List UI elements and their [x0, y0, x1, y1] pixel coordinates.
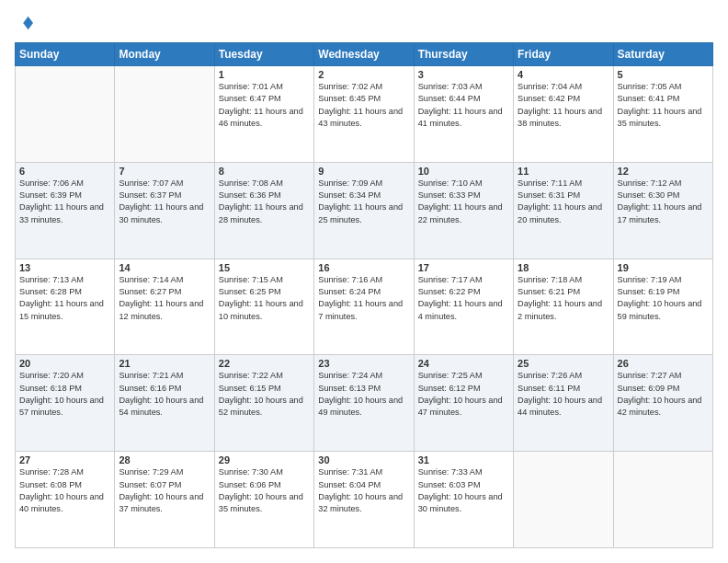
day-info: Sunrise: 7:13 AMSunset: 6:28 PMDaylight:… [19, 274, 110, 323]
calendar-day-cell: 15Sunrise: 7:15 AMSunset: 6:25 PMDayligh… [214, 259, 313, 355]
day-number: 19 [618, 262, 709, 273]
calendar-day-cell [514, 452, 613, 548]
page: SundayMondayTuesdayWednesdayThursdayFrid… [0, 0, 728, 563]
calendar-day-cell: 3Sunrise: 7:03 AMSunset: 6:44 PMDaylight… [414, 66, 513, 163]
day-info: Sunrise: 7:22 AMSunset: 6:15 PMDaylight:… [219, 370, 310, 419]
weekday-header-row: SundayMondayTuesdayWednesdayThursdayFrid… [16, 43, 713, 66]
day-info: Sunrise: 7:21 AMSunset: 6:16 PMDaylight:… [119, 370, 210, 419]
calendar-day-cell [16, 66, 115, 163]
calendar-day-cell: 27Sunrise: 7:28 AMSunset: 6:08 PMDayligh… [16, 452, 115, 548]
day-number: 17 [418, 262, 509, 273]
day-info: Sunrise: 7:15 AMSunset: 6:25 PMDaylight:… [219, 274, 310, 323]
calendar-day-cell: 21Sunrise: 7:21 AMSunset: 6:16 PMDayligh… [115, 355, 214, 452]
day-number: 31 [418, 454, 509, 465]
calendar-day-cell: 8Sunrise: 7:08 AMSunset: 6:36 PMDaylight… [214, 162, 313, 259]
calendar-day-cell: 29Sunrise: 7:30 AMSunset: 6:06 PMDayligh… [214, 452, 313, 548]
day-info: Sunrise: 7:19 AMSunset: 6:19 PMDaylight:… [618, 274, 709, 323]
day-number: 7 [119, 166, 210, 177]
calendar-day-cell [115, 66, 214, 163]
weekday-header-saturday: Saturday [613, 43, 712, 66]
calendar-day-cell: 20Sunrise: 7:20 AMSunset: 6:18 PMDayligh… [16, 355, 115, 452]
calendar-day-cell: 7Sunrise: 7:07 AMSunset: 6:37 PMDaylight… [115, 162, 214, 259]
day-info: Sunrise: 7:03 AMSunset: 6:44 PMDaylight:… [418, 81, 509, 130]
day-info: Sunrise: 7:08 AMSunset: 6:36 PMDaylight:… [219, 178, 310, 226]
calendar-day-cell: 2Sunrise: 7:02 AMSunset: 6:45 PMDaylight… [314, 66, 414, 163]
day-info: Sunrise: 7:18 AMSunset: 6:21 PMDaylight:… [518, 274, 609, 323]
day-info: Sunrise: 7:29 AMSunset: 6:07 PMDaylight:… [119, 466, 210, 515]
calendar-day-cell: 14Sunrise: 7:14 AMSunset: 6:27 PMDayligh… [115, 259, 214, 355]
day-number: 29 [219, 454, 310, 465]
calendar-day-cell: 26Sunrise: 7:27 AMSunset: 6:09 PMDayligh… [613, 355, 712, 452]
day-number: 30 [318, 454, 409, 465]
day-info: Sunrise: 7:04 AMSunset: 6:42 PMDaylight:… [518, 81, 609, 130]
day-info: Sunrise: 7:11 AMSunset: 6:31 PMDaylight:… [518, 178, 609, 226]
calendar-day-cell: 23Sunrise: 7:24 AMSunset: 6:13 PMDayligh… [314, 355, 414, 452]
day-number: 6 [19, 166, 110, 177]
day-info: Sunrise: 7:33 AMSunset: 6:03 PMDaylight:… [418, 466, 509, 515]
day-number: 21 [119, 358, 210, 369]
calendar-day-cell: 13Sunrise: 7:13 AMSunset: 6:28 PMDayligh… [16, 259, 115, 355]
calendar-day-cell: 12Sunrise: 7:12 AMSunset: 6:30 PMDayligh… [613, 162, 712, 259]
day-number: 9 [318, 166, 409, 177]
day-info: Sunrise: 7:20 AMSunset: 6:18 PMDaylight:… [19, 370, 110, 419]
day-number: 27 [19, 454, 110, 465]
calendar-day-cell: 19Sunrise: 7:19 AMSunset: 6:19 PMDayligh… [613, 259, 712, 355]
day-number: 24 [418, 358, 509, 369]
day-number: 28 [119, 454, 210, 465]
day-info: Sunrise: 7:06 AMSunset: 6:39 PMDaylight:… [19, 178, 110, 226]
day-info: Sunrise: 7:16 AMSunset: 6:24 PMDaylight:… [318, 274, 409, 323]
day-number: 14 [119, 262, 210, 273]
calendar-day-cell: 24Sunrise: 7:25 AMSunset: 6:12 PMDayligh… [414, 355, 513, 452]
logo-icon [17, 15, 33, 31]
day-info: Sunrise: 7:14 AMSunset: 6:27 PMDaylight:… [119, 274, 210, 323]
weekday-header-monday: Monday [115, 43, 214, 66]
weekday-header-thursday: Thursday [414, 43, 513, 66]
day-number: 11 [518, 166, 609, 177]
day-number: 13 [19, 262, 110, 273]
calendar-day-cell: 10Sunrise: 7:10 AMSunset: 6:33 PMDayligh… [414, 162, 513, 259]
day-number: 10 [418, 166, 509, 177]
day-number: 26 [618, 358, 709, 369]
day-info: Sunrise: 7:12 AMSunset: 6:30 PMDaylight:… [618, 178, 709, 226]
day-info: Sunrise: 7:30 AMSunset: 6:06 PMDaylight:… [219, 466, 310, 515]
calendar-table: SundayMondayTuesdayWednesdayThursdayFrid… [15, 42, 713, 548]
calendar-day-cell: 25Sunrise: 7:26 AMSunset: 6:11 PMDayligh… [514, 355, 613, 452]
calendar-day-cell: 31Sunrise: 7:33 AMSunset: 6:03 PMDayligh… [414, 452, 513, 548]
day-number: 25 [518, 358, 609, 369]
day-info: Sunrise: 7:31 AMSunset: 6:04 PMDaylight:… [318, 466, 409, 515]
day-number: 18 [518, 262, 609, 273]
calendar-day-cell [613, 452, 712, 548]
day-number: 1 [219, 69, 310, 80]
calendar-week-row: 13Sunrise: 7:13 AMSunset: 6:28 PMDayligh… [16, 259, 713, 355]
calendar-day-cell: 4Sunrise: 7:04 AMSunset: 6:42 PMDaylight… [514, 66, 613, 163]
calendar-day-cell: 6Sunrise: 7:06 AMSunset: 6:39 PMDaylight… [16, 162, 115, 259]
weekday-header-wednesday: Wednesday [314, 43, 414, 66]
day-number: 8 [219, 166, 310, 177]
day-info: Sunrise: 7:07 AMSunset: 6:37 PMDaylight:… [119, 178, 210, 226]
day-number: 4 [518, 69, 609, 80]
calendar-day-cell: 18Sunrise: 7:18 AMSunset: 6:21 PMDayligh… [514, 259, 613, 355]
logo [15, 15, 33, 35]
day-info: Sunrise: 7:10 AMSunset: 6:33 PMDaylight:… [418, 178, 509, 226]
day-info: Sunrise: 7:28 AMSunset: 6:08 PMDaylight:… [19, 466, 110, 515]
day-info: Sunrise: 7:24 AMSunset: 6:13 PMDaylight:… [318, 370, 409, 419]
day-number: 3 [418, 69, 509, 80]
day-info: Sunrise: 7:27 AMSunset: 6:09 PMDaylight:… [618, 370, 709, 419]
day-number: 20 [19, 358, 110, 369]
day-number: 5 [618, 69, 709, 80]
day-info: Sunrise: 7:02 AMSunset: 6:45 PMDaylight:… [318, 81, 409, 130]
svg-marker-0 [23, 17, 33, 29]
calendar-day-cell: 16Sunrise: 7:16 AMSunset: 6:24 PMDayligh… [314, 259, 414, 355]
day-info: Sunrise: 7:09 AMSunset: 6:34 PMDaylight:… [318, 178, 409, 226]
calendar-day-cell: 11Sunrise: 7:11 AMSunset: 6:31 PMDayligh… [514, 162, 613, 259]
day-number: 23 [318, 358, 409, 369]
calendar-day-cell: 1Sunrise: 7:01 AMSunset: 6:47 PMDaylight… [214, 66, 313, 163]
calendar-day-cell: 30Sunrise: 7:31 AMSunset: 6:04 PMDayligh… [314, 452, 414, 548]
calendar-week-row: 20Sunrise: 7:20 AMSunset: 6:18 PMDayligh… [16, 355, 713, 452]
calendar-day-cell: 22Sunrise: 7:22 AMSunset: 6:15 PMDayligh… [214, 355, 313, 452]
weekday-header-sunday: Sunday [16, 43, 115, 66]
header [15, 15, 713, 35]
day-info: Sunrise: 7:26 AMSunset: 6:11 PMDaylight:… [518, 370, 609, 419]
day-number: 15 [219, 262, 310, 273]
calendar-week-row: 1Sunrise: 7:01 AMSunset: 6:47 PMDaylight… [16, 66, 713, 163]
